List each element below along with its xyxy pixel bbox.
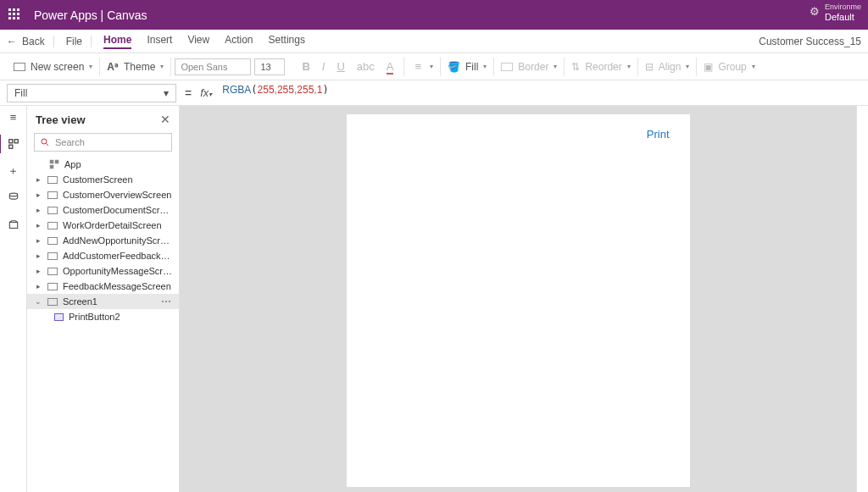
tree-screen-selected[interactable]: ⌄ Screen1 ⋯ (27, 294, 179, 309)
tree-child-control[interactable]: PrintButton2 (27, 309, 179, 324)
back-button[interactable]: ← Back (7, 36, 54, 47)
chevron-down-icon: ▾ (627, 63, 631, 70)
rail-hamburger[interactable]: ≡ (7, 111, 20, 123)
theme-icon: Aᵃ (107, 61, 119, 73)
waffle-icon[interactable] (8, 8, 22, 22)
tree-app-root[interactable]: ▸ App (27, 157, 179, 172)
property-dropdown[interactable]: Fill ▾ (7, 84, 176, 102)
environment-picker[interactable]: ⚙ Environme Default (810, 2, 861, 22)
expand-icon[interactable]: ▸ (34, 221, 42, 229)
fill-button[interactable]: 🪣 Fill ▾ (441, 58, 494, 76)
fx-icon[interactable]: fx▾ (200, 86, 215, 99)
svg-rect-8 (55, 160, 59, 164)
expand-icon[interactable]: ▸ (34, 236, 42, 245)
align-icon[interactable]: ≡ (411, 60, 425, 73)
app-header: Power Apps | Canvas ⚙ Environme Default (0, 0, 868, 30)
tree-screen-item[interactable]: ▸AddCustomerFeedbackScreen (27, 248, 179, 263)
app-name: Customer Success_15 (759, 36, 861, 47)
svg-rect-4 (9, 223, 17, 229)
more-options-button[interactable]: ⋯ (161, 296, 172, 307)
menu-tabs: Home Insert View Action Settings (92, 34, 305, 49)
expand-icon[interactable]: ▸ (34, 267, 42, 275)
menu-view[interactable]: View (187, 34, 209, 49)
tree-screen-label: AddNewOpportunityScreen (63, 235, 172, 246)
tree-screen-item[interactable]: ▸CustomerDocumentScreen (27, 202, 179, 218)
chevron-down-icon: ▾ (164, 87, 169, 99)
property-name: Fill (14, 87, 27, 99)
expand-icon[interactable]: ▸ (34, 252, 42, 260)
svg-rect-1 (14, 140, 18, 143)
reorder-button[interactable]: ⇅ Reorder ▾ (565, 58, 637, 76)
print-button[interactable]: Print (647, 128, 670, 141)
expand-icon[interactable]: ▸ (34, 282, 42, 290)
formula-input[interactable]: RGBA(255,255,255,1) (215, 84, 861, 102)
tree-screen-label: FeedbackMessageScreen (63, 281, 172, 291)
design-canvas[interactable]: Print (347, 114, 690, 487)
tree-screen-item[interactable]: ▸CustomerOverviewScreen (27, 187, 179, 202)
back-arrow-icon: ← (7, 36, 17, 47)
env-value: Default (825, 12, 861, 22)
reorder-icon: ⇅ (571, 61, 580, 73)
bold-button[interactable]: B (298, 60, 313, 73)
font-color-button[interactable]: A (383, 60, 398, 73)
tree-screen-item[interactable]: ▸AddNewOpportunityScreen (27, 233, 179, 248)
screen-icon (47, 222, 58, 229)
screen-icon (47, 268, 58, 275)
expand-icon[interactable]: ▸ (34, 206, 42, 214)
new-screen-button[interactable]: New screen ▾ (7, 58, 100, 76)
svg-rect-9 (50, 165, 54, 169)
app-icon (49, 159, 59, 169)
menu-settings[interactable]: Settings (269, 34, 305, 49)
screen-icon (47, 298, 58, 306)
italic-button[interactable]: I (319, 60, 329, 73)
expand-icon[interactable]: ▸ (34, 175, 42, 184)
border-button[interactable]: Border ▾ (494, 58, 565, 76)
screen-icon (47, 191, 58, 199)
close-panel-button[interactable]: ✕ (160, 113, 170, 126)
fill-label: Fill (465, 61, 478, 73)
screen-icon (47, 237, 58, 245)
app-title: Power Apps | Canvas (34, 8, 147, 22)
svg-rect-2 (8, 145, 12, 148)
strike-button[interactable]: abc (353, 60, 378, 73)
group-button[interactable]: ▣ Group ▾ (697, 58, 761, 76)
screen-icon (47, 283, 58, 290)
tree-screen-label: CustomerDocumentScreen (63, 205, 172, 215)
svg-line-6 (47, 144, 49, 146)
chevron-down-icon: ▾ (430, 63, 433, 70)
collapse-icon[interactable]: ⌄ (34, 297, 42, 306)
theme-button[interactable]: Aᵃ Theme ▾ (100, 58, 171, 76)
tree-view-title: Tree view (36, 113, 86, 126)
chevron-down-icon: ▾ (752, 63, 755, 70)
rail-tree-view[interactable] (7, 138, 20, 150)
rail-media[interactable] (7, 219, 20, 231)
underline-button[interactable]: U (333, 60, 348, 73)
menu-home[interactable]: Home (103, 34, 131, 49)
svg-point-3 (9, 193, 17, 196)
rail-insert[interactable]: ＋ (7, 165, 20, 177)
button-control-icon (54, 313, 64, 321)
chevron-down-icon: ▾ (160, 63, 164, 70)
menu-action[interactable]: Action (225, 34, 253, 49)
menu-file[interactable]: File (66, 36, 92, 47)
canvas-area[interactable]: Print (180, 106, 856, 492)
equals-sign: = (176, 86, 200, 100)
screen-icon (47, 252, 58, 260)
font-family-input[interactable] (175, 58, 251, 75)
tree-screen-item[interactable]: ▸OpportunityMessageScreen (27, 263, 179, 279)
group-label: Group (718, 61, 746, 73)
right-rail (856, 106, 868, 492)
tree-screen-label: CustomerOverviewScreen (63, 190, 172, 200)
tree-search-input[interactable]: Search (34, 133, 172, 152)
tree-screen-item[interactable]: ▸CustomerScreen (27, 172, 179, 187)
paint-bucket-icon: 🪣 (448, 61, 460, 73)
font-size-input[interactable] (254, 58, 285, 75)
align-button[interactable]: ⊟ Align ▾ (638, 58, 698, 76)
expand-icon[interactable]: ▸ (34, 191, 42, 199)
tree-screen-item[interactable]: ▸FeedbackMessageScreen (27, 279, 179, 294)
menu-insert[interactable]: Insert (147, 34, 172, 49)
env-label: Environme (825, 2, 861, 12)
tree-view-panel: Tree view ✕ Search ▸ App ▸CustomerScreen… (27, 106, 180, 492)
rail-data[interactable] (7, 192, 20, 204)
tree-screen-item[interactable]: ▸WorkOrderDetailScreen (27, 218, 179, 233)
